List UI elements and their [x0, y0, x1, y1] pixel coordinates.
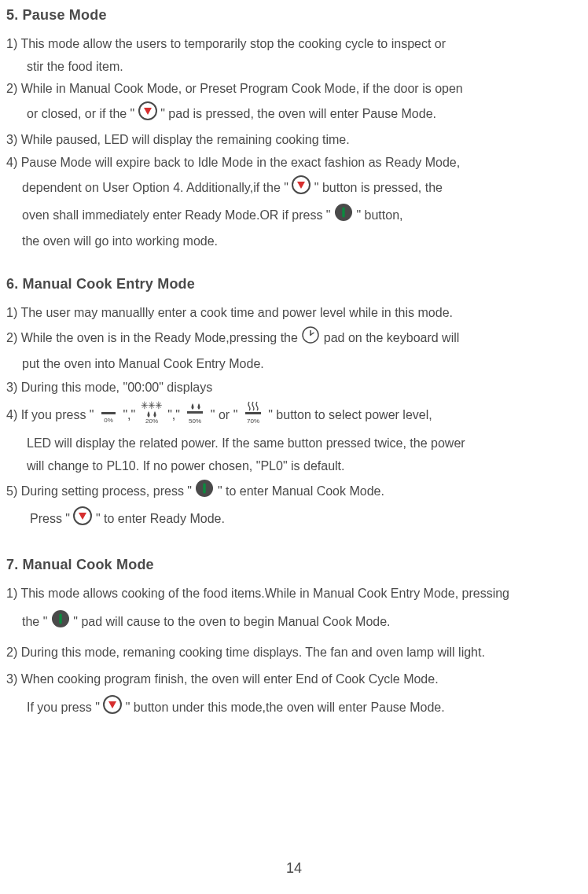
power-on-icon	[195, 479, 214, 504]
s5-p3: 3) While paused, LED will display the re…	[6, 131, 580, 150]
page-number: 14	[286, 858, 302, 880]
s5-p1b: stir the food item.	[6, 57, 580, 77]
svg-text:70%: 70%	[247, 418, 259, 424]
s6-p4b: LED will display the related power. If t…	[6, 434, 580, 454]
clock-icon	[301, 326, 320, 351]
svg-text:20%: 20%	[145, 418, 158, 424]
s5-p4c-pre: oven shall immediately enter Ready Mode.…	[22, 209, 331, 223]
heat-50-icon: 50%	[183, 400, 207, 430]
s5-p2b: or closed, or if the " " pad is pressed,…	[6, 102, 580, 127]
s7-p3a: 3) When cooking program finish, the oven…	[6, 670, 580, 690]
s5-p4b: dependent on User Option 4. Additionally…	[6, 176, 580, 201]
svg-text:0%: 0%	[104, 417, 113, 423]
s7-p1a: 1) This mode allows cooking of the food …	[6, 584, 580, 604]
section-5-title: 5. Pause Mode	[6, 5, 580, 27]
s6-p4a: 4) If you press " 0% "," 20% "," 50% " o…	[6, 401, 580, 431]
s7-p3b-post: " button under this mode,the oven will e…	[126, 701, 445, 714]
s6-p5a-post: " to enter Manual Cook Mode.	[218, 484, 384, 498]
s5-p4c: oven shall immediately enter Ready Mode.…	[6, 204, 580, 229]
s7-p3b-pre: If you press "	[27, 701, 100, 714]
s7-p1b-post: " pad will cause to the oven to begin Ma…	[73, 615, 390, 628]
svg-text:50%: 50%	[189, 418, 201, 424]
s6-p5a-pre: 5) During setting process, press "	[6, 484, 192, 498]
defrost-0-icon: 0%	[97, 401, 119, 429]
s6-p1: 1) The user may manuallly enter a cook t…	[6, 304, 580, 323]
s6-sep2: ","	[167, 408, 180, 421]
s5-p2b-post: " pad is pressed, the oven will enter Pa…	[160, 107, 436, 120]
svg-rect-16	[245, 412, 261, 414]
s5-p4b-post: " button is pressed, the	[314, 181, 443, 194]
s6-p5b-pre: Press "	[30, 512, 70, 525]
s6-p5b: Press " " to enter Ready Mode.	[6, 507, 580, 532]
s5-p4a: 4) Pause Mode will expire back to Idle M…	[6, 153, 580, 173]
s6-p2a-post: pad on the keyboard will	[324, 331, 460, 344]
svg-rect-14	[187, 411, 203, 414]
s5-p4d: the oven will go into working mode.	[6, 232, 580, 252]
stop-down-icon	[103, 695, 122, 720]
s6-sep1: ","	[123, 408, 135, 421]
defrost-20-icon: 20%	[139, 400, 164, 430]
stop-down-icon	[138, 101, 157, 127]
section-7-title: 7. Manual Cook Mode	[6, 554, 580, 576]
s5-p4c-post: " button,	[356, 209, 402, 223]
s5-p1a: 1) This mode allow the users to temporar…	[6, 35, 580, 54]
s6-p2a-pre: 2) While the oven is in the Ready Mode,p…	[6, 331, 298, 344]
heat-70-icon: 70%	[241, 400, 265, 430]
s6-p2a: 2) While the oven is in the Ready Mode,p…	[6, 326, 580, 351]
s6-sep3: " or "	[211, 408, 237, 421]
s7-p1b-pre: the "	[22, 615, 47, 628]
s6-p4a-pre: 4) If you press "	[6, 408, 94, 421]
s6-p4c: will change to PL10. If no power chosen,…	[6, 457, 580, 476]
s6-p4a-post: " button to select power level,	[268, 408, 432, 421]
s5-p2b-pre: or closed, or if the "	[27, 107, 134, 120]
s6-p2b: put the oven into Manual Cook Entry Mode…	[6, 355, 580, 374]
s5-p2a: 2) While in Manual Cook Mode, or Preset …	[6, 79, 580, 99]
s6-p3: 3) During this mode, "00:00" displays	[6, 378, 580, 398]
stop-down-icon	[73, 506, 92, 532]
section-6-title: 6. Manual Cook Entry Mode	[6, 274, 580, 296]
s6-p5b-post: " to enter Ready Mode.	[96, 512, 225, 525]
power-on-icon	[334, 203, 353, 228]
s7-p2: 2) During this mode, remaning cooking ti…	[6, 643, 580, 663]
power-on-icon	[51, 609, 70, 635]
s6-p5a: 5) During setting process, press " " to …	[6, 480, 580, 505]
s7-p3b: If you press " " button under this mode,…	[6, 696, 580, 721]
stop-down-icon	[292, 175, 311, 201]
s5-p4b-pre: dependent on User Option 4. Additionally…	[22, 181, 288, 194]
s7-p1b: the " " pad will cause to the oven to be…	[6, 610, 580, 635]
